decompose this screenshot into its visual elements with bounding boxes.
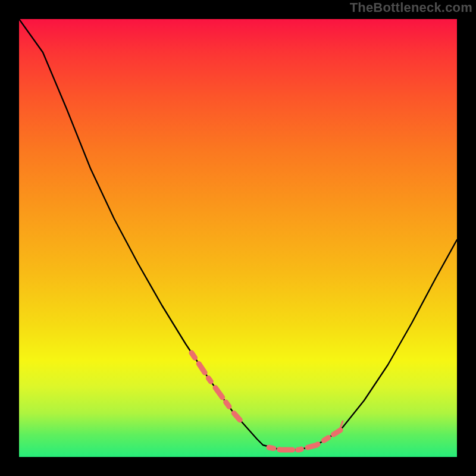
dash-overlay-right <box>269 430 340 450</box>
curve-svg <box>19 19 457 457</box>
dash-overlay-left <box>192 353 257 439</box>
plot-area <box>19 19 457 457</box>
bottleneck-curve-path <box>19 19 457 450</box>
watermark-text: TheBottleneck.com <box>350 0 472 15</box>
chart-frame: TheBottleneck.com <box>0 0 476 476</box>
